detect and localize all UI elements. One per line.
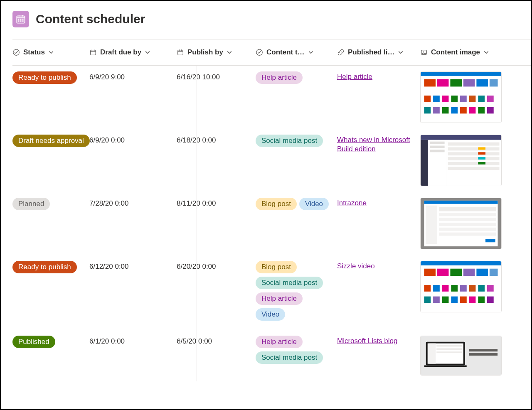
table-row[interactable]: Ready to publish6/9/20 9:006/16/20 10:00… (12, 66, 531, 129)
svg-rect-57 (448, 157, 500, 160)
svg-point-21 (423, 51, 424, 52)
svg-rect-3 (20, 19, 22, 20)
svg-rect-96 (469, 297, 476, 303)
svg-rect-93 (442, 297, 449, 303)
svg-rect-53 (430, 150, 444, 152)
column-header-content-image[interactable]: Content image (420, 48, 516, 56)
svg-rect-37 (487, 96, 494, 102)
svg-rect-70 (439, 218, 496, 221)
content-image-thumbnail[interactable] (420, 261, 502, 312)
table-row[interactable]: Published6/1/20 0:006/5/20 0:00Help arti… (12, 330, 531, 381)
published-link[interactable]: Sizzle video (337, 261, 375, 271)
content-image-thumbnail[interactable] (420, 71, 502, 123)
svg-rect-26 (450, 79, 462, 87)
svg-rect-61 (478, 152, 485, 155)
svg-rect-51 (430, 142, 444, 144)
svg-rect-97 (478, 297, 485, 303)
svg-rect-67 (426, 206, 437, 244)
svg-rect-2 (18, 19, 20, 20)
svg-rect-58 (448, 162, 500, 165)
column-header-publish-by[interactable]: Publish by (177, 48, 256, 56)
svg-rect-82 (490, 269, 498, 276)
content-type-tag: Social media post (256, 351, 323, 364)
svg-rect-83 (424, 285, 431, 292)
column-label: Content image (431, 48, 480, 56)
published-link[interactable]: Help article (337, 71, 372, 81)
svg-rect-35 (469, 96, 476, 102)
svg-rect-6 (20, 20, 22, 22)
draft-due-value: 6/1/20 0:00 (89, 336, 177, 346)
svg-rect-32 (442, 96, 449, 102)
svg-rect-28 (476, 79, 488, 87)
content-type-tags: Social media post (256, 135, 337, 150)
svg-rect-55 (448, 147, 500, 151)
svg-rect-24 (424, 79, 436, 87)
column-label: Publish by (187, 48, 223, 56)
svg-rect-63 (478, 162, 485, 164)
svg-rect-105 (436, 348, 462, 350)
content-type-tag: Social media post (256, 277, 323, 289)
content-type-tags: Help article (256, 71, 337, 87)
content-type-tag: Blog post (256, 261, 297, 273)
content-type-tag: Video (256, 308, 285, 321)
svg-rect-76 (421, 261, 501, 265)
column-header-status[interactable]: Status (12, 48, 89, 56)
table-row[interactable]: Draft needs approval6/9/20 0:006/18/20 0… (12, 129, 531, 192)
status-badge: Published (12, 336, 55, 348)
svg-rect-90 (487, 285, 494, 292)
chevron-down-icon (145, 49, 150, 55)
list-grid: Status Draft due by Publish by Content t… (1, 39, 531, 381)
svg-rect-102 (424, 366, 467, 367)
publish-by-value: 6/5/20 0:00 (177, 336, 256, 346)
svg-rect-78 (437, 269, 449, 276)
svg-rect-60 (478, 147, 485, 150)
published-link[interactable]: Whats new in Microsoft Build edition (337, 135, 415, 154)
content-image-thumbnail[interactable] (420, 198, 502, 249)
content-image-thumbnail[interactable] (420, 135, 502, 186)
column-header-draft-due[interactable]: Draft due by (89, 48, 177, 56)
content-type-tags: Help articleSocial media post (256, 336, 337, 367)
svg-rect-68 (439, 207, 496, 211)
page-title: Content scheduler (36, 12, 145, 26)
svg-rect-45 (487, 107, 494, 114)
content-type-tag: Help article (256, 292, 303, 305)
svg-rect-95 (460, 297, 467, 303)
content-image-thumbnail[interactable] (420, 336, 502, 376)
published-link[interactable]: Intrazone (337, 198, 367, 208)
column-label: Published li… (348, 48, 394, 56)
draft-due-value: 6/9/20 0:00 (89, 135, 177, 145)
column-header-published-link[interactable]: Published li… (337, 48, 420, 56)
column-header-content-type[interactable]: Content t… (256, 48, 337, 56)
svg-rect-15 (178, 50, 183, 55)
draft-due-value: 7/28/20 0:00 (89, 198, 177, 208)
svg-rect-59 (448, 167, 500, 170)
table-row[interactable]: Planned7/28/20 0:008/11/20 0:00Blog post… (12, 192, 531, 255)
svg-rect-74 (485, 239, 495, 242)
svg-rect-52 (430, 146, 444, 148)
svg-rect-107 (469, 349, 498, 351)
svg-rect-88 (469, 285, 476, 292)
publish-by-value: 6/18/20 0:00 (177, 135, 256, 145)
content-type-tag: Video (299, 198, 329, 210)
svg-rect-66 (424, 201, 498, 204)
svg-rect-47 (421, 135, 501, 140)
image-icon (420, 49, 428, 56)
chevron-down-icon (227, 49, 232, 55)
publish-by-value: 8/11/20 0:00 (177, 198, 256, 208)
svg-rect-80 (463, 269, 475, 276)
svg-rect-25 (437, 79, 449, 87)
svg-rect-56 (448, 152, 500, 155)
svg-rect-27 (463, 79, 475, 87)
svg-rect-54 (448, 142, 500, 146)
table-row[interactable]: Ready to publish6/12/20 0:006/20/20 0:00… (12, 255, 531, 330)
svg-rect-30 (424, 96, 431, 102)
svg-rect-79 (450, 269, 462, 276)
status-badge: Ready to publish (12, 71, 77, 84)
chevron-down-icon (48, 49, 54, 55)
draft-due-value: 6/9/20 9:00 (89, 71, 177, 81)
content-type-tags: Blog postVideo (256, 198, 337, 214)
published-link[interactable]: Microsoft Lists blog (337, 336, 398, 346)
status-badge: Draft needs approval (12, 135, 90, 147)
svg-rect-44 (478, 107, 485, 114)
svg-rect-29 (490, 79, 498, 87)
